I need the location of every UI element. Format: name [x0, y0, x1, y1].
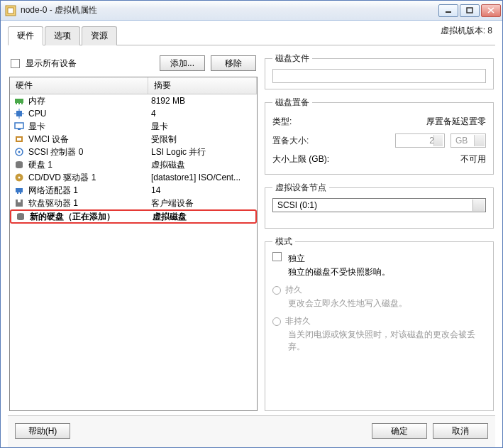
type-label: 类型:: [272, 116, 336, 128]
device-summary: 虚拟磁盘: [150, 211, 255, 223]
device-summary: [datastore1] ISO/Cent...: [148, 173, 257, 182]
device-name: CD/DVD 驱动器 1: [28, 172, 96, 184]
table-row[interactable]: SCSI 控制器 0LSI Logic 并行: [10, 146, 257, 158]
show-all-devices-label: 显示所有设备: [26, 58, 77, 70]
svg-marker-35: [477, 204, 483, 207]
svg-point-33: [17, 217, 24, 220]
device-summary: 8192 MB: [148, 96, 257, 106]
svg-rect-8: [18, 103, 20, 104]
svg-rect-27: [17, 192, 18, 194]
nonpersistent-desc: 当关闭电源或恢复快照时，对该磁盘的更改会被丢弃。: [288, 329, 486, 353]
col-hardware[interactable]: 硬件: [10, 77, 148, 94]
nonpersistent-label: 非持久: [285, 316, 311, 326]
app-icon: [5, 5, 16, 16]
persistent-radio: [272, 286, 281, 295]
svg-rect-3: [467, 8, 472, 13]
persistent-label: 持久: [285, 285, 302, 295]
max-size-label: 大小上限 (GB):: [272, 153, 350, 165]
svg-rect-6: [15, 99, 23, 103]
svg-rect-18: [17, 138, 21, 141]
table-row[interactable]: CPU4: [10, 107, 257, 120]
floppy-icon: [14, 198, 24, 208]
maximize-button[interactable]: [460, 4, 480, 17]
device-name: CPU: [28, 109, 46, 119]
add-button[interactable]: 添加...: [160, 55, 205, 71]
legend-virtual-node: 虚拟设备节点: [272, 182, 329, 194]
cancel-button[interactable]: 取消: [433, 423, 488, 439]
cpu-icon: [14, 109, 24, 119]
device-summary: LSI Logic 并行: [148, 146, 257, 158]
size-spinner: 2: [395, 133, 445, 148]
cd-icon: [14, 173, 24, 182]
svg-rect-10: [16, 111, 22, 116]
independent-label: 独立: [288, 253, 305, 263]
ok-button[interactable]: 确定: [372, 423, 427, 439]
vm-properties-window: node-0 - 虚拟机属性 虚拟机版本: 8 硬件 选项 资源 显示所有设备 …: [0, 0, 503, 448]
device-summary: 4: [148, 109, 257, 119]
svg-point-25: [18, 177, 21, 179]
device-name: SCSI 控制器 0: [28, 146, 83, 158]
table-row[interactable]: 新的硬盘（正在添加）虚拟磁盘: [10, 209, 257, 224]
virtual-node-combo[interactable]: SCSI (0:1): [272, 198, 486, 212]
group-disk-file: 磁盘文件: [265, 53, 494, 89]
disk-icon: [16, 212, 26, 222]
svg-rect-15: [15, 123, 23, 129]
disk-icon: [14, 160, 24, 170]
device-name: 硬盘 1: [28, 159, 52, 171]
table-row[interactable]: 硬盘 1虚拟磁盘: [10, 158, 257, 171]
table-row[interactable]: CD/DVD 驱动器 1[datastore1] ISO/Cent...: [10, 171, 257, 184]
tab-hardware[interactable]: 硬件: [8, 26, 43, 45]
vmci-icon: [14, 134, 24, 144]
device-name: 网络适配器 1: [28, 185, 78, 197]
table-row[interactable]: 显卡显卡: [10, 120, 257, 133]
hardware-table[interactable]: 硬件 摘要 内存8192 MBCPU4显卡显卡VMCI 设备受限制SCSI 控制…: [9, 77, 258, 411]
group-disk-provision: 磁盘置备 类型: 厚置备延迟置零 置备大小: 2 GB: [265, 97, 494, 175]
device-summary: 显卡: [148, 121, 257, 133]
tabs: 硬件 选项 资源: [8, 26, 495, 45]
footer: 帮助(H) 确定 取消: [8, 415, 495, 447]
window-title: node-0 - 虚拟机属性: [21, 4, 438, 16]
independent-checkbox[interactable]: [272, 252, 282, 261]
table-row[interactable]: VMCI 设备受限制: [10, 133, 257, 146]
table-row[interactable]: 网络适配器 114: [10, 184, 257, 197]
device-name: 显卡: [28, 121, 45, 133]
minimize-button[interactable]: [438, 4, 458, 17]
remove-button[interactable]: 移除: [211, 55, 256, 71]
video-icon: [14, 121, 24, 131]
group-mode: 模式 独立 独立的磁盘不受快照影响。 持久 更改会立即永久性地写入磁盘。 非持久…: [265, 236, 494, 411]
legend-disk-file: 磁盘文件: [272, 53, 312, 65]
size-unit-combo: GB: [451, 133, 486, 148]
virtual-node-value: SCSI (0:1): [277, 200, 317, 210]
svg-rect-28: [20, 192, 21, 194]
close-button[interactable]: [481, 4, 501, 17]
show-all-devices-checkbox[interactable]: [11, 59, 20, 68]
svg-rect-1: [8, 8, 13, 13]
device-summary: 客户端设备: [148, 197, 257, 209]
tab-resources[interactable]: 资源: [82, 26, 117, 45]
right-panel: 磁盘文件 磁盘置备 类型: 厚置备延迟置零 置备大小: 2 GB: [265, 53, 494, 411]
legend-mode: 模式: [272, 236, 295, 248]
max-size-value: 不可用: [356, 153, 486, 165]
table-row[interactable]: 内存8192 MB: [10, 94, 257, 107]
device-summary: 虚拟磁盘: [148, 159, 257, 171]
group-virtual-node: 虚拟设备节点 SCSI (0:1): [265, 182, 494, 229]
nonpersistent-radio: [272, 317, 281, 326]
type-value: 厚置备延迟置零: [342, 116, 486, 128]
nic-icon: [14, 185, 24, 195]
memory-icon: [14, 96, 24, 106]
help-button[interactable]: 帮助(H): [15, 423, 70, 439]
svg-point-20: [18, 151, 21, 153]
scsi-icon: [14, 147, 24, 157]
col-summary[interactable]: 摘要: [148, 77, 257, 94]
tab-options[interactable]: 选项: [45, 26, 80, 45]
size-label: 置备大小:: [272, 135, 336, 147]
svg-rect-7: [16, 103, 17, 104]
svg-rect-26: [16, 188, 23, 192]
device-name: VMCI 设备: [28, 133, 69, 146]
svg-marker-34: [477, 139, 483, 143]
legend-disk-provision: 磁盘置备: [272, 97, 312, 109]
titlebar[interactable]: node-0 - 虚拟机属性: [1, 1, 502, 21]
independent-desc: 独立的磁盘不受快照影响。: [288, 266, 486, 278]
table-row[interactable]: 软盘驱动器 1客户端设备: [10, 197, 257, 209]
svg-rect-30: [18, 200, 21, 202]
